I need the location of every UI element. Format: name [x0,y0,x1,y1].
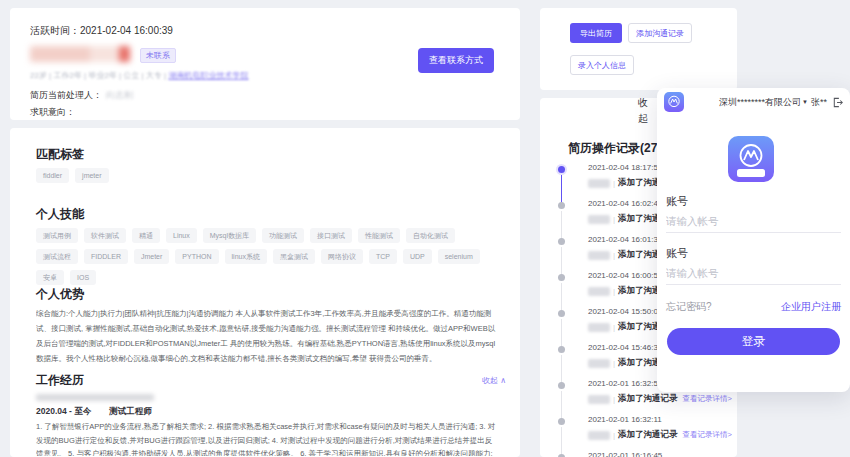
skill-tag: 网络协议 [321,249,363,264]
record-content: | 添加了沟通记录 查看记录详情> [588,393,737,405]
view-record-detail-link[interactable]: 查看记录详情> [683,394,732,404]
match-tag: fiddler [36,168,69,183]
records-collapse-link[interactable]: 收起 [638,98,651,127]
account-field-2: 账号 [666,246,841,285]
active-time-label: 活跃时间： [30,25,80,36]
collapse-caret-icon: ∧ [500,376,506,385]
skill-tag: 功能测试 [262,228,304,243]
modal-top-bar: 深圳********有限公司 ▼ 张** [657,88,850,116]
record-time: 2021-02-01 16:16:45 [588,450,737,457]
record-time: 2021-02-01 16:32:11 [588,414,737,426]
skill-tag: IOS [70,270,96,285]
timeline-dot-icon [558,274,565,281]
active-time: 活跃时间：2021-02-04 16:00:39 [30,24,173,38]
account-label-1: 账号 [666,194,841,209]
user-name: 张** [811,96,827,109]
records-title: 简历操作记录(27) [568,140,661,157]
status-badge: 未联系 [140,48,176,63]
timeline-dot-icon [558,238,565,245]
separator: | [613,179,615,188]
skill-tag: selenium [438,249,480,264]
work-collapse-link[interactable]: 收起 ∧ [482,375,506,386]
separator: | [613,431,615,440]
skills-list: 测试用例软件测试精通LinuxMysql数据库功能测试接口测试性能测试自动化测试… [36,228,496,285]
skill-tag: 自动化测试 [406,228,455,243]
app-logo-large-icon [728,136,774,182]
operator-name-redacted [588,215,610,224]
company-name[interactable]: 深圳********有限公司 [719,96,801,109]
login-modal: 深圳********有限公司 ▼ 张** 账号 账号 忘记密码? 企业用户注册 … [657,88,850,392]
active-time-value: 2021-02-04 16:00:39 [80,25,173,36]
timeline-dot-icon [558,310,565,317]
match-tags-title: 匹配标签 [36,146,84,163]
timeline-dot-icon [558,418,565,425]
work-description: 1. 了解智慧银行APP的业务流程,熟悉了解相关需求; 2. 根据需求熟悉相关c… [36,420,498,456]
login-button[interactable]: 登录 [667,328,840,355]
enter-personal-info-button[interactable]: 录入个人信息 [570,55,634,75]
separator: | [613,395,615,404]
handler-name: 向志刚 [106,90,133,100]
account-field-1: 账号 [666,194,841,233]
advantages-text: 综合能力:个人能力|执行力|团队精神|抗压能力|沟通协调能力 本人从事软件测试工… [36,306,496,368]
timeline-dot-icon [558,382,565,389]
skill-tag: 性能测试 [358,228,400,243]
skill-tag: linux系统 [225,249,267,264]
operator-name-redacted [588,251,610,260]
separator: | [613,359,615,368]
school-link[interactable]: 湖南机电职业技术学院 [168,71,248,80]
company-name-redacted [36,394,154,401]
advantages-title: 个人优势 [36,286,84,303]
account-input-1[interactable] [666,209,841,233]
view-record-detail-link[interactable]: 查看记录详情> [683,430,732,440]
separator: | [613,323,615,332]
operator-name-redacted [588,431,610,440]
skill-tag: 测试流程 [36,249,78,264]
separator: | [613,215,615,224]
logout-icon[interactable] [832,97,843,108]
operator-name-redacted [588,359,610,368]
timeline-dot-icon [558,166,565,173]
export-resume-button[interactable]: 导出简历 [570,23,622,43]
work-period: 2020.04 - 至今 [36,406,91,416]
separator: | [613,287,615,296]
work-title-line: 2020.04 - 至今测试工程师 [36,406,152,418]
operator-name-redacted [588,395,610,404]
skill-tag: PYTHON [175,249,218,264]
enterprise-register-link[interactable]: 企业用户注册 [781,300,841,314]
skill-tag: 接口测试 [310,228,352,243]
candidate-name-redacted [30,46,130,62]
skill-tag: 安卓 [36,270,64,285]
work-role: 测试工程师 [109,406,152,416]
work-collapse-label: 收起 [482,376,498,385]
match-tag: jmeter [75,168,108,183]
forgot-password-link[interactable]: 忘记密码? [666,300,712,314]
timeline-dot-icon [558,346,565,353]
skill-tag: TCP [369,249,397,264]
match-tags-list: fiddlerjmeter [36,168,496,183]
operator-name-redacted [588,323,610,332]
timeline-item: 2021-02-01 16:16:45 | 添加了沟通记录 查看记录详情> [540,450,737,457]
chevron-down-icon[interactable]: ▼ [802,99,808,105]
handler-label: 简历当前处理人： [30,90,102,100]
operator-name-redacted [588,287,610,296]
skills-title: 个人技能 [36,206,84,223]
add-communication-record-button[interactable]: 添加沟通记录 [628,23,692,43]
work-experience-title: 工作经历 [36,372,84,389]
profile-card: 活跃时间：2021-02-04 16:00:39 未联系 22岁 | 工作2年 … [10,8,520,120]
timeline-dot-icon [558,202,565,209]
account-input-2[interactable] [666,261,841,285]
skill-tag: 测试用例 [36,228,78,243]
candidate-info-text: 22岁 | 工作2年 | 毕业2年 | 公立 | 大专 | [30,71,168,80]
timeline-item: 2021-02-01 16:32:11 | 添加了沟通记录 查看记录详情> [540,414,737,450]
skill-tag: Jmeter [134,249,169,264]
handler-line: 简历当前处理人：向志刚 [30,89,133,102]
skill-tag: UDP [403,249,432,264]
candidate-info-line: 22岁 | 工作2年 | 毕业2年 | 公立 | 大专 | 湖南机电职业技术学院 [30,70,248,81]
actions-card: 导出简历 添加沟通记录 录入个人信息 [540,8,737,90]
view-contact-button[interactable]: 查看联系方式 [418,48,494,73]
skill-tag: Mysql数据库 [203,228,256,243]
separator: | [613,251,615,260]
record-content: | 添加了沟通记录 查看记录详情> [588,429,737,441]
app-logo-icon [664,92,684,112]
skill-tag: 软件测试 [84,228,126,243]
